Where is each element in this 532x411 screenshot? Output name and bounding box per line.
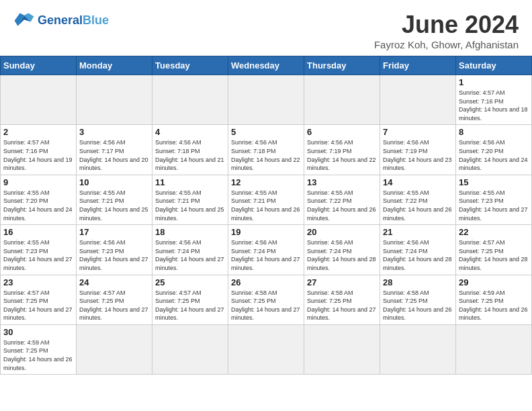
day-info-18: Sunrise: 4:56 AMSunset: 7:24 PMDaylight:… xyxy=(155,238,225,272)
logo-general: General xyxy=(38,13,83,27)
empty-cell xyxy=(152,324,228,374)
empty-cell xyxy=(77,75,152,125)
day-cell-13: 13 Sunrise: 4:55 AMSunset: 7:22 PMDaylig… xyxy=(304,175,380,224)
empty-cell xyxy=(77,324,152,374)
sunrise-1: 4:57 AM xyxy=(483,89,505,96)
header-tuesday: Tuesday xyxy=(152,56,228,75)
day-cell-6: 6 Sunrise: 4:56 AMSunset: 7:19 PMDayligh… xyxy=(304,125,380,175)
day-cell-1: 1 Sunrise: 4:57 AM Sunset: 7:16 PM Dayli… xyxy=(456,75,532,125)
week-row-1: 1 Sunrise: 4:57 AM Sunset: 7:16 PM Dayli… xyxy=(1,75,532,125)
day-cell-17: 17 Sunrise: 4:56 AMSunset: 7:23 PMDaylig… xyxy=(77,225,152,275)
header-sunday: Sunday xyxy=(1,56,77,75)
page-header: GeneralBlue June 2024 Fayroz Koh, Ghowr,… xyxy=(0,0,532,56)
empty-cell xyxy=(380,75,456,125)
week-row-5: 23 Sunrise: 4:57 AMSunset: 7:25 PMDaylig… xyxy=(1,275,532,324)
day-info-9: Sunrise: 4:55 AMSunset: 7:20 PMDaylight:… xyxy=(3,189,73,222)
day-cell-30: 30 Sunrise: 4:59 AMSunset: 7:25 PMDaylig… xyxy=(1,324,77,374)
day-number-29: 29 xyxy=(459,277,529,287)
header-saturday: Saturday xyxy=(456,56,532,75)
day-info-3: Sunrise: 4:56 AMSunset: 7:17 PMDaylight:… xyxy=(79,138,149,172)
location-subtitle: Fayroz Koh, Ghowr, Afghanistan xyxy=(374,39,519,50)
day-number-18: 18 xyxy=(155,227,225,237)
day-number-9: 9 xyxy=(3,177,73,187)
empty-cell xyxy=(228,324,304,374)
empty-cell xyxy=(1,75,77,125)
day-number-14: 14 xyxy=(383,177,453,187)
day-info-12: Sunrise: 4:55 AMSunset: 7:21 PMDaylight:… xyxy=(231,189,301,222)
day-number-23: 23 xyxy=(3,277,73,287)
empty-cell xyxy=(228,75,304,125)
day-info-11: Sunrise: 4:55 AMSunset: 7:21 PMDaylight:… xyxy=(155,189,225,222)
calendar-table: Sunday Monday Tuesday Wednesday Thursday… xyxy=(0,56,532,375)
day-info-21: Sunrise: 4:56 AMSunset: 7:24 PMDaylight:… xyxy=(383,238,453,272)
day-number-10: 10 xyxy=(79,177,149,187)
logo: GeneralBlue xyxy=(13,11,109,30)
day-info-5: Sunrise: 4:56 AMSunset: 7:18 PMDaylight:… xyxy=(231,138,301,172)
day-number-2: 2 xyxy=(3,127,73,137)
day-cell-5: 5 Sunrise: 4:56 AMSunset: 7:18 PMDayligh… xyxy=(228,125,304,175)
week-row-2: 2 Sunrise: 4:57 AMSunset: 7:16 PMDayligh… xyxy=(1,125,532,175)
day-number-12: 12 xyxy=(231,177,301,187)
day-info-7: Sunrise: 4:56 AMSunset: 7:19 PMDaylight:… xyxy=(383,138,453,172)
sunset-1: 7:16 PM xyxy=(481,98,504,105)
day-cell-10: 10 Sunrise: 4:55 AMSunset: 7:21 PMDaylig… xyxy=(77,175,152,224)
day-cell-28: 28 Sunrise: 4:58 AMSunset: 7:25 PMDaylig… xyxy=(380,275,456,324)
logo-icon xyxy=(13,11,35,30)
day-cell-25: 25 Sunrise: 4:57 AMSunset: 7:25 PMDaylig… xyxy=(152,275,228,324)
day-cell-9: 9 Sunrise: 4:55 AMSunset: 7:20 PMDayligh… xyxy=(1,175,77,224)
empty-cell xyxy=(304,75,380,125)
day-cell-18: 18 Sunrise: 4:56 AMSunset: 7:24 PMDaylig… xyxy=(152,225,228,275)
day-cell-27: 27 Sunrise: 4:58 AMSunset: 7:25 PMDaylig… xyxy=(304,275,380,324)
week-row-3: 9 Sunrise: 4:55 AMSunset: 7:20 PMDayligh… xyxy=(1,175,532,224)
day-number-1: 1 xyxy=(459,77,529,87)
day-info-13: Sunrise: 4:55 AMSunset: 7:22 PMDaylight:… xyxy=(307,189,377,222)
day-number-26: 26 xyxy=(231,277,301,287)
day-cell-29: 29 Sunrise: 4:59 AMSunset: 7:25 PMDaylig… xyxy=(456,275,532,324)
day-number-30: 30 xyxy=(3,327,73,337)
month-year-title: June 2024 xyxy=(374,11,519,39)
day-number-28: 28 xyxy=(383,277,453,287)
header-monday: Monday xyxy=(77,56,152,75)
day-cell-14: 14 Sunrise: 4:55 AMSunset: 7:22 PMDaylig… xyxy=(380,175,456,224)
day-number-22: 22 xyxy=(459,227,529,237)
empty-cell xyxy=(456,324,532,374)
day-cell-15: 15 Sunrise: 4:55 AMSunset: 7:23 PMDaylig… xyxy=(456,175,532,224)
day-number-6: 6 xyxy=(307,127,377,137)
day-cell-12: 12 Sunrise: 4:55 AMSunset: 7:21 PMDaylig… xyxy=(228,175,304,224)
day-number-5: 5 xyxy=(231,127,301,137)
header-friday: Friday xyxy=(380,56,456,75)
logo-text: GeneralBlue xyxy=(38,14,109,26)
day-info-22: Sunrise: 4:57 AMSunset: 7:25 PMDaylight:… xyxy=(459,238,529,272)
day-number-8: 8 xyxy=(459,127,529,137)
day-cell-2: 2 Sunrise: 4:57 AMSunset: 7:16 PMDayligh… xyxy=(1,125,77,175)
day-cell-4: 4 Sunrise: 4:56 AMSunset: 7:18 PMDayligh… xyxy=(152,125,228,175)
day-number-24: 24 xyxy=(79,277,149,287)
day-info-4: Sunrise: 4:56 AMSunset: 7:18 PMDaylight:… xyxy=(155,138,225,172)
day-info-2: Sunrise: 4:57 AMSunset: 7:16 PMDaylight:… xyxy=(3,138,73,172)
day-info-17: Sunrise: 4:56 AMSunset: 7:23 PMDaylight:… xyxy=(79,238,149,272)
day-number-19: 19 xyxy=(231,227,301,237)
day-cell-21: 21 Sunrise: 4:56 AMSunset: 7:24 PMDaylig… xyxy=(380,225,456,275)
week-row-4: 16 Sunrise: 4:55 AMSunset: 7:23 PMDaylig… xyxy=(1,225,532,275)
empty-cell xyxy=(152,75,228,125)
day-info-25: Sunrise: 4:57 AMSunset: 7:25 PMDaylight:… xyxy=(155,289,225,322)
day-cell-22: 22 Sunrise: 4:57 AMSunset: 7:25 PMDaylig… xyxy=(456,225,532,275)
day-number-13: 13 xyxy=(307,177,377,187)
day-number-16: 16 xyxy=(3,227,73,237)
day-number-17: 17 xyxy=(79,227,149,237)
day-info-29: Sunrise: 4:59 AMSunset: 7:25 PMDaylight:… xyxy=(459,289,529,322)
day-info-28: Sunrise: 4:58 AMSunset: 7:25 PMDaylight:… xyxy=(383,289,453,322)
weekday-header-row: Sunday Monday Tuesday Wednesday Thursday… xyxy=(1,56,532,75)
empty-cell xyxy=(380,324,456,374)
day-info-16: Sunrise: 4:55 AMSunset: 7:23 PMDaylight:… xyxy=(3,238,73,272)
daylight-1: 14 hours and 18 minutes. xyxy=(459,106,528,122)
day-number-21: 21 xyxy=(383,227,453,237)
week-row-6: 30 Sunrise: 4:59 AMSunset: 7:25 PMDaylig… xyxy=(1,324,532,374)
day-number-7: 7 xyxy=(383,127,453,137)
empty-cell xyxy=(304,324,380,374)
day-number-20: 20 xyxy=(307,227,377,237)
day-cell-16: 16 Sunrise: 4:55 AMSunset: 7:23 PMDaylig… xyxy=(1,225,77,275)
day-info-15: Sunrise: 4:55 AMSunset: 7:23 PMDaylight:… xyxy=(459,189,529,222)
logo-blue: Blue xyxy=(83,13,109,27)
day-cell-7: 7 Sunrise: 4:56 AMSunset: 7:19 PMDayligh… xyxy=(380,125,456,175)
